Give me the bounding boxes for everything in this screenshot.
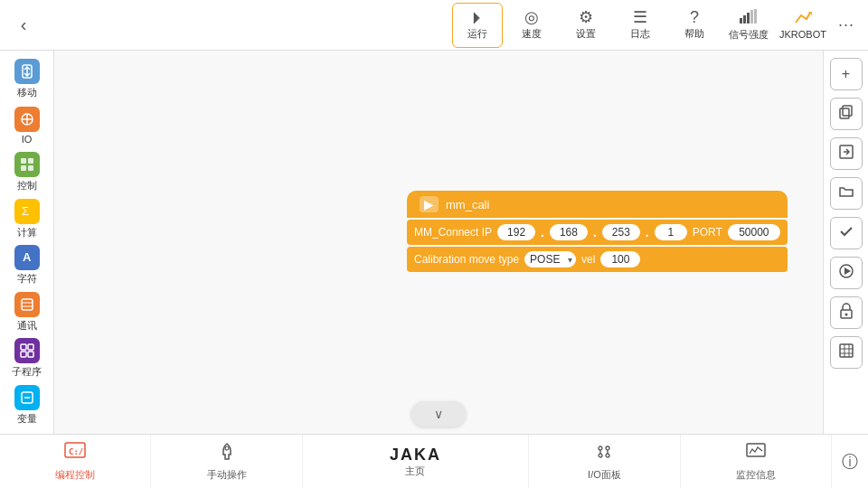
move-type-select-wrap: POSE JOINT xyxy=(524,251,576,267)
svg-rect-11 xyxy=(21,158,26,164)
control-icon xyxy=(14,152,40,177)
vel-input[interactable] xyxy=(600,251,640,267)
bottom-io-panel[interactable]: I/O面板 xyxy=(529,435,680,488)
sidebar-item-move[interactable]: 移动 xyxy=(4,58,51,101)
more-button[interactable]: ··· xyxy=(832,9,861,42)
robot-button[interactable]: JKROBOT xyxy=(778,3,828,48)
canvas-collapse-button[interactable]: ∨ xyxy=(411,401,466,427)
svg-point-41 xyxy=(599,446,602,450)
lock-button[interactable] xyxy=(830,296,863,329)
monitor-icon xyxy=(746,442,766,466)
speed-button[interactable]: ◎ 速度 xyxy=(506,3,557,48)
sub-icon xyxy=(14,338,40,363)
svg-rect-0 xyxy=(740,18,742,23)
run2-icon xyxy=(838,263,854,283)
log-button[interactable]: ☰ 日志 xyxy=(615,3,665,48)
settings-button[interactable]: ⚙ 设置 xyxy=(561,3,611,48)
sidebar-item-io[interactable]: IO xyxy=(4,105,51,148)
folder-button[interactable] xyxy=(830,177,863,210)
run-label: 运行 xyxy=(467,27,487,41)
connect-label: MM_Connect IP xyxy=(414,226,492,239)
run-button[interactable]: ⏵ 运行 xyxy=(452,3,503,48)
help-button[interactable]: ? 帮助 xyxy=(669,3,720,48)
sidebar-item-sub[interactable]: 子程序 xyxy=(4,337,51,380)
add-icon: + xyxy=(842,66,850,82)
vel-label: vel xyxy=(581,253,595,266)
left-sidebar: 移动 IO 控制 Σ 计算 A 字符 xyxy=(0,51,54,434)
svg-rect-22 xyxy=(21,352,26,357)
program-icon: C:/ xyxy=(64,442,86,466)
run2-button[interactable] xyxy=(830,257,863,289)
canvas-area: ▶ mm_cali MM_Connect IP . . . PORT Calib… xyxy=(54,51,823,434)
signal-label: 信号强度 xyxy=(729,28,769,42)
port-input[interactable] xyxy=(728,224,780,240)
sidebar-item-var[interactable]: 变量 xyxy=(4,384,51,427)
svg-rect-3 xyxy=(750,10,753,23)
manual-icon xyxy=(217,442,237,466)
block-row-calib: Calibration move type POSE JOINT vel xyxy=(407,247,788,272)
sidebar-item-comm[interactable]: 通讯 xyxy=(4,291,51,334)
svg-point-43 xyxy=(599,454,602,457)
signal-button[interactable]: 信号强度 xyxy=(723,3,774,48)
move-icon xyxy=(14,59,40,84)
ip4-input[interactable] xyxy=(655,224,687,240)
svg-rect-23 xyxy=(28,352,33,357)
sidebar-label-calc: 计算 xyxy=(17,226,37,239)
lock-icon xyxy=(838,303,854,323)
svg-rect-26 xyxy=(840,108,849,118)
svg-point-40 xyxy=(225,446,229,450)
bottom-program[interactable]: C:/ 编程控制 xyxy=(0,435,151,488)
svg-rect-21 xyxy=(28,344,33,350)
robot-label: JKROBOT xyxy=(779,29,826,40)
svg-rect-4 xyxy=(754,9,757,23)
import-button[interactable] xyxy=(830,137,863,170)
svg-text:A: A xyxy=(23,250,32,264)
manual-label: 手动操作 xyxy=(207,468,247,482)
svg-rect-12 xyxy=(28,158,33,164)
main-area: 移动 IO 控制 Σ 计算 A 字符 xyxy=(0,51,868,434)
bottom-home[interactable]: JAKA 主页 xyxy=(303,435,530,488)
ip3-input[interactable] xyxy=(602,224,640,240)
block-header[interactable]: ▶ mm_cali xyxy=(407,191,788,218)
sidebar-item-str[interactable]: A 字符 xyxy=(4,244,51,287)
home-sub: 主页 xyxy=(405,465,425,478)
bottom-info-button[interactable]: ⓘ xyxy=(832,435,868,488)
back-button[interactable]: ‹ xyxy=(7,9,40,42)
ip2-input[interactable] xyxy=(550,224,588,240)
block-program: ▶ mm_cali MM_Connect IP . . . PORT Calib… xyxy=(407,191,788,272)
sidebar-item-control[interactable]: 控制 xyxy=(4,151,51,194)
io-icon xyxy=(14,107,40,132)
copy-button[interactable] xyxy=(830,98,863,130)
sidebar-label-comm: 通讯 xyxy=(17,319,37,333)
move-type-select[interactable]: POSE JOINT xyxy=(524,251,576,267)
chart-icon xyxy=(838,343,854,362)
str-icon: A xyxy=(14,245,40,270)
svg-text:C:/: C:/ xyxy=(69,447,83,456)
dot1: . xyxy=(541,225,544,239)
folder-icon xyxy=(838,183,854,203)
help-label: 帮助 xyxy=(684,27,704,41)
bottom-monitor[interactable]: 监控信息 xyxy=(681,435,832,488)
sidebar-item-calc[interactable]: Σ 计算 xyxy=(4,198,51,241)
help-icon: ? xyxy=(690,9,699,25)
block-header-label: mm_cali xyxy=(446,198,489,211)
robot-icon xyxy=(794,10,812,27)
home-title: JAKA xyxy=(390,446,441,465)
run-icon: ⏵ xyxy=(469,9,486,25)
bottom-manual[interactable]: 手动操作 xyxy=(151,435,302,488)
chart-button[interactable] xyxy=(830,336,863,369)
svg-rect-33 xyxy=(840,344,853,357)
sidebar-label-move: 移动 xyxy=(17,86,37,99)
add-button[interactable]: + xyxy=(830,58,863,90)
calc-icon: Σ xyxy=(14,199,40,224)
check-button[interactable] xyxy=(830,217,863,249)
ip1-input[interactable] xyxy=(497,224,535,240)
svg-rect-17 xyxy=(22,299,33,310)
block-header-arrow-icon: ▶ xyxy=(420,196,439,212)
log-label: 日志 xyxy=(630,27,650,41)
import-icon xyxy=(838,144,854,164)
dot3: . xyxy=(646,225,649,239)
svg-point-42 xyxy=(606,446,609,450)
settings-label: 设置 xyxy=(576,27,596,41)
svg-point-32 xyxy=(844,314,847,316)
